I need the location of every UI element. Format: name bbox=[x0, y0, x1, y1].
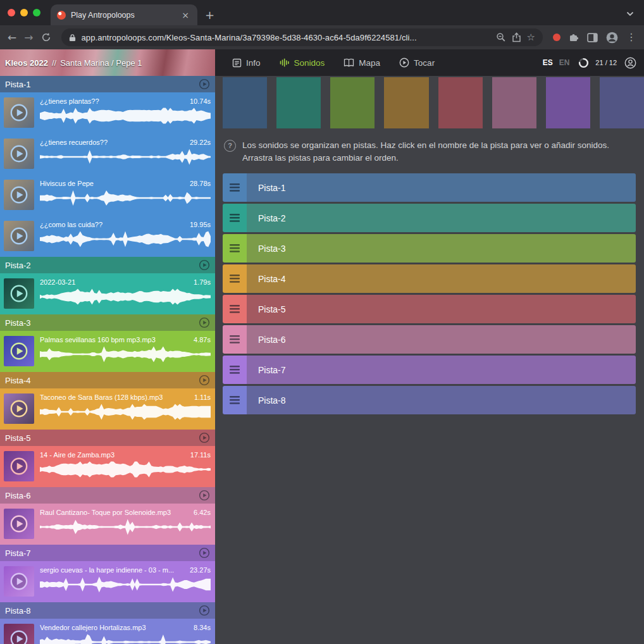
share-icon[interactable] bbox=[512, 32, 521, 42]
track-play-button[interactable] bbox=[199, 259, 210, 271]
track-drag-handle[interactable] bbox=[223, 386, 247, 414]
track-row-body[interactable]: Pista-7 bbox=[247, 356, 636, 384]
track-header[interactable]: Pista-4 bbox=[0, 372, 215, 388]
sound-thumbnail[interactable] bbox=[4, 180, 34, 210]
zoom-icon[interactable] bbox=[496, 32, 506, 42]
bookmark-star-icon[interactable]: ☆ bbox=[527, 33, 535, 42]
track-play-button[interactable] bbox=[199, 78, 210, 90]
sound-waveform bbox=[40, 148, 211, 166]
sound-item[interactable]: 2022-03-211.79s bbox=[0, 273, 215, 314]
track-header[interactable]: Pista-7 bbox=[0, 545, 215, 561]
browser-tab[interactable]: Play Antropoloops × bbox=[51, 4, 197, 25]
sound-item[interactable]: Raul Cantizano- Toque por Solenoide.mp36… bbox=[0, 504, 215, 545]
sound-item[interactable]: sergio cuevas - la harpe indienne - 03 -… bbox=[0, 561, 215, 602]
track-row-body[interactable]: Pista-1 bbox=[247, 173, 636, 202]
track-row-body[interactable]: Pista-8 bbox=[247, 386, 636, 414]
track-drag-handle[interactable] bbox=[223, 356, 247, 384]
sound-info: 14 - Aire de Zamba.mp317.11s bbox=[40, 451, 211, 478]
sound-waveform bbox=[40, 230, 211, 248]
track-row-body[interactable]: Pista-2 bbox=[247, 204, 636, 232]
tab-list-chevron-icon[interactable] bbox=[626, 11, 634, 16]
sound-thumbnail[interactable] bbox=[4, 451, 34, 481]
sound-item[interactable]: ¿¿como las cuida??19.95s bbox=[0, 216, 215, 257]
track-row-body[interactable]: Pista-3 bbox=[247, 234, 636, 263]
extensions-puzzle-icon[interactable] bbox=[569, 32, 579, 42]
track-row-body[interactable]: Pista-6 bbox=[247, 325, 636, 354]
track-row[interactable]: Pista-5 bbox=[223, 295, 636, 323]
new-tab-button[interactable]: + bbox=[205, 9, 214, 21]
tab-tocar[interactable]: Tocar bbox=[390, 49, 444, 76]
sound-thumbnail[interactable] bbox=[4, 97, 34, 128]
track-row[interactable]: Pista-7 bbox=[223, 356, 636, 384]
track-play-button[interactable] bbox=[199, 432, 210, 443]
sound-thumbnail[interactable] bbox=[4, 509, 34, 539]
browser-profile-avatar[interactable] bbox=[606, 32, 618, 44]
sound-title: sergio cuevas - la harpe indienne - 03 -… bbox=[40, 566, 186, 574]
tab-mapa[interactable]: Mapa bbox=[334, 49, 390, 76]
lang-en-button[interactable]: EN bbox=[559, 58, 570, 67]
track-drag-handle[interactable] bbox=[223, 295, 247, 323]
lang-es-button[interactable]: ES bbox=[543, 58, 553, 67]
tab-info[interactable]: Info bbox=[223, 49, 270, 76]
track-row[interactable]: Pista-1 bbox=[223, 173, 636, 202]
track-play-button[interactable] bbox=[199, 317, 210, 328]
side-panel-icon[interactable] bbox=[587, 33, 598, 42]
account-icon[interactable] bbox=[624, 57, 636, 69]
tab-sonidos[interactable]: Sonidos bbox=[270, 49, 335, 76]
track-row[interactable]: Pista-6 bbox=[223, 325, 636, 354]
sound-thumbnail[interactable] bbox=[4, 393, 34, 424]
track-header[interactable]: Pista-2 bbox=[0, 257, 215, 273]
sound-info: sergio cuevas - la harpe indienne - 03 -… bbox=[40, 566, 211, 593]
track-header[interactable]: Pista-5 bbox=[0, 430, 215, 446]
track-name: Pista-7 bbox=[5, 548, 199, 558]
drag-handle-icon bbox=[230, 214, 240, 222]
sound-item[interactable]: Vendedor callejero Hortalizas.mp38.34s bbox=[0, 619, 215, 644]
sound-thumbnail[interactable] bbox=[4, 139, 34, 169]
track-row[interactable]: Pista-8 bbox=[223, 386, 636, 414]
track-play-button[interactable] bbox=[199, 375, 210, 386]
sound-item[interactable]: Taconeo de Sara Baras (128 kbps).mp31.11… bbox=[0, 388, 215, 430]
sound-thumbnail[interactable] bbox=[4, 221, 34, 251]
track-row-body[interactable]: Pista-5 bbox=[247, 295, 636, 323]
minimize-window-button[interactable] bbox=[20, 9, 28, 16]
sound-waveform bbox=[40, 461, 211, 478]
track-row[interactable]: Pista-4 bbox=[223, 264, 636, 293]
map-book-icon bbox=[344, 58, 354, 67]
back-icon[interactable]: ← bbox=[8, 32, 16, 43]
track-header[interactable]: Pista-6 bbox=[0, 487, 215, 504]
sound-thumbnail[interactable] bbox=[4, 336, 34, 366]
track-header[interactable]: Pista-3 bbox=[0, 314, 215, 331]
sound-item[interactable]: Palmas sevillanas 160 bpm mp3.mp34.87s bbox=[0, 331, 215, 372]
tab-close-icon[interactable]: × bbox=[180, 9, 191, 21]
forward-icon[interactable]: → bbox=[24, 32, 33, 43]
track-row[interactable]: Pista-2 bbox=[223, 204, 636, 232]
sound-item[interactable]: Hiviscus de Pepe28.78s bbox=[0, 175, 215, 216]
track-drag-handle[interactable] bbox=[223, 173, 247, 202]
browser-menu-icon[interactable]: ⋮ bbox=[626, 32, 636, 42]
track-drag-handle[interactable] bbox=[223, 264, 247, 293]
close-window-button[interactable] bbox=[8, 9, 15, 16]
track-drag-handle[interactable] bbox=[223, 204, 247, 232]
address-bar[interactable]: app.antropoloops.com/Kleos-Santa-Marina/… bbox=[61, 28, 543, 46]
track-row[interactable]: Pista-3 bbox=[223, 234, 636, 263]
track-header[interactable]: Pista-1 bbox=[0, 76, 215, 92]
breadcrumb[interactable]: Kleos 2022 // Santa Marina / Pepe 1 bbox=[0, 49, 215, 76]
track-play-button[interactable] bbox=[199, 490, 210, 501]
sound-thumbnail[interactable] bbox=[4, 278, 34, 309]
track-row-body[interactable]: Pista-4 bbox=[247, 264, 636, 293]
sound-item[interactable]: ¿¿tienes plantas??10.74s bbox=[0, 92, 215, 133]
sound-thumbnail[interactable] bbox=[4, 624, 34, 644]
sound-item[interactable]: ¿¿tienes recuerdos??29.22s bbox=[0, 133, 215, 175]
waveform-icon bbox=[280, 58, 290, 67]
track-header[interactable]: Pista-8 bbox=[0, 602, 215, 619]
fullscreen-window-button[interactable] bbox=[33, 9, 40, 16]
sound-thumbnail[interactable] bbox=[4, 566, 34, 597]
track-play-button[interactable] bbox=[199, 547, 210, 559]
track-play-button[interactable] bbox=[199, 605, 210, 616]
sound-item[interactable]: 14 - Aire de Zamba.mp317.11s bbox=[0, 446, 215, 487]
reload-icon[interactable] bbox=[41, 32, 51, 42]
recorder-extension-icon[interactable] bbox=[553, 34, 560, 41]
track-drag-handle[interactable] bbox=[223, 234, 247, 263]
track-drag-handle[interactable] bbox=[223, 325, 247, 354]
drag-handle-icon bbox=[230, 396, 240, 404]
